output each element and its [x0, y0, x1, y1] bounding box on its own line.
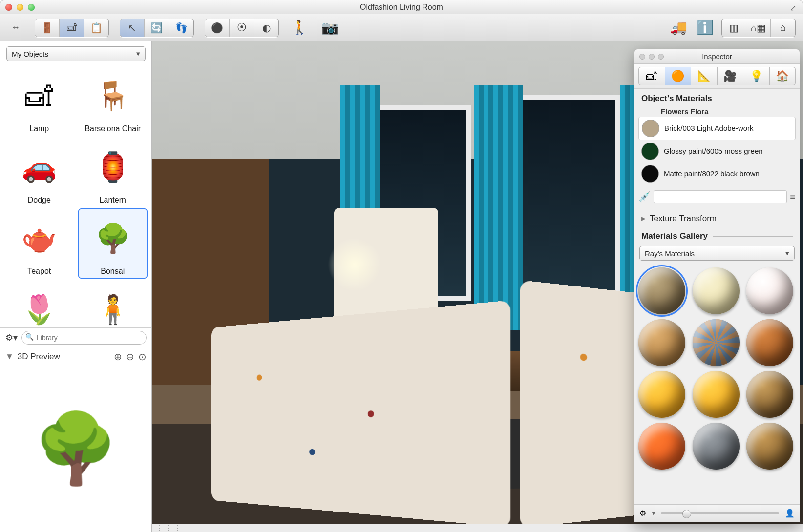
library-item-thumb: 🏮 — [86, 140, 140, 194]
close-window-button[interactable] — [5, 4, 12, 11]
light-tab[interactable]: 💡 — [743, 67, 770, 85]
preview-size-slider[interactable] — [661, 512, 779, 514]
gallery-dropdown[interactable]: Ray's Materials — [639, 246, 795, 261]
gallery-material-ball[interactable] — [638, 371, 685, 418]
material-swatch — [641, 143, 659, 160]
info-button[interactable]: ℹ️ — [695, 18, 715, 38]
import-button[interactable]: 🚚 — [669, 18, 688, 38]
eyedropper-icon[interactable]: 💉 — [638, 191, 651, 203]
texture-disclosure-icon: ▸ — [641, 213, 646, 224]
mode-furniture-button[interactable]: 🛋 — [60, 19, 84, 37]
inspector-panel: Inspector 🛋🟠📐🎥💡🏠 Object's Materials Flow… — [634, 49, 800, 522]
library-item-thumb: 🧍 — [86, 283, 140, 327]
library-item-thumb: 🪑 — [86, 69, 140, 123]
library-item-person[interactable]: 🧍 Person — [78, 280, 148, 327]
library-item-thumb: 🌷 — [12, 283, 66, 327]
material-list-menu-icon[interactable]: ≡ — [790, 191, 796, 203]
library-item-bonsai[interactable]: 🌳 Bonsai — [78, 208, 148, 279]
texture-transform-label: Texture Transform — [650, 214, 717, 224]
library-footer: ⚙▾ — [0, 327, 151, 348]
library-item-lantern[interactable]: 🏮 Lantern — [78, 137, 148, 207]
render-segment: ⚫ ⦿ ◐ — [205, 19, 279, 37]
library-item-tulip[interactable]: 🌷 Tulip — [4, 280, 74, 327]
gallery-material-ball[interactable] — [638, 267, 685, 314]
orbit-tool-button[interactable]: 🔄 — [145, 19, 169, 37]
gallery-material-ball[interactable] — [693, 267, 740, 314]
library-item-label: Teapot — [27, 267, 51, 276]
library-item-label: Barselona Chair — [85, 124, 141, 133]
zoom-window-button[interactable] — [28, 4, 35, 11]
category-dropdown-value: My Objects — [6, 46, 146, 61]
splitter-handle[interactable]: ⋮⋮⋮ — [152, 524, 803, 532]
gallery-material-ball[interactable] — [746, 423, 793, 470]
footprint-tool-button[interactable]: 👣 — [169, 19, 193, 37]
view-split-button[interactable]: ⌂▦ — [746, 19, 771, 37]
gallery-material-ball[interactable] — [638, 319, 685, 366]
object-grid: 🛋 Lamp🪑 Barselona Chair🚗 Dodge🏮 Lantern🫖… — [0, 64, 151, 327]
gallery-material-ball[interactable] — [693, 423, 740, 470]
mode-building-button[interactable]: 🚪 — [35, 19, 60, 37]
minimize-window-button[interactable] — [17, 4, 23, 11]
select-tool-button[interactable]: ↖ — [120, 19, 145, 37]
view-segment: ▥ ⌂▦ ⌂ — [721, 19, 796, 37]
fullscreen-icon[interactable]: ⤢ — [790, 3, 798, 11]
materials-tab[interactable]: 🟠 — [665, 67, 692, 85]
material-label: Matte paint/8022 black brown — [664, 170, 760, 178]
preview-disclosure-icon[interactable]: ▼ — [5, 352, 14, 362]
inspector-titlebar[interactable]: Inspector — [634, 49, 800, 64]
library-item-dodge[interactable]: 🚗 Dodge — [4, 137, 74, 207]
inspector-user-icon[interactable]: 👤 — [785, 509, 795, 518]
library-item-teapot[interactable]: 🫖 Teapot — [4, 208, 74, 279]
zoom-in-icon[interactable]: ⊕ — [114, 351, 122, 363]
render-shaded-button[interactable]: ⦿ — [230, 19, 254, 37]
view-3d-button[interactable]: ⌂ — [771, 19, 795, 37]
library-gear-icon[interactable]: ⚙▾ — [5, 332, 18, 343]
walkthrough-button[interactable]: 🚶 — [290, 18, 309, 38]
library-item-barselona-chair[interactable]: 🪑 Barselona Chair — [78, 66, 148, 136]
material-label: Brick/003 Light Adobe-work — [664, 124, 754, 133]
render-textured-button[interactable]: ◐ — [254, 19, 278, 37]
library-item-label: Lamp — [29, 124, 49, 133]
zoom-fit-icon[interactable]: ⊙ — [138, 351, 147, 363]
snapshot-button[interactable]: 📷 — [320, 18, 339, 38]
gallery-material-ball[interactable] — [746, 371, 793, 418]
object-tab[interactable]: 🛋 — [638, 67, 665, 85]
library-search-input[interactable] — [21, 331, 147, 345]
measure-tab[interactable]: 📐 — [691, 67, 718, 85]
inspector-gear-icon[interactable]: ⚙ — [639, 509, 646, 518]
preview-object-icon: 🌳 — [33, 409, 119, 489]
preview-viewport[interactable]: 🌳 — [0, 366, 151, 532]
library-item-thumb: 🛋 — [12, 69, 66, 123]
render-flat-button[interactable]: ⚫ — [205, 19, 230, 37]
library-search — [21, 331, 147, 345]
library-item-thumb: 🌳 — [86, 211, 140, 265]
gallery-material-ball[interactable] — [693, 319, 740, 366]
camera-tab[interactable]: 🎥 — [717, 67, 744, 85]
gallery-material-ball[interactable] — [746, 319, 793, 366]
building-tab[interactable]: 🏠 — [769, 67, 796, 85]
library-item-label: Lantern — [100, 196, 126, 205]
material-row[interactable]: Glossy paint/6005 moss green — [638, 140, 796, 163]
gallery-material-ball[interactable] — [746, 267, 793, 314]
library-item-label: Bonsai — [101, 267, 125, 276]
library-item-thumb: 🫖 — [12, 211, 66, 265]
nav-back-forward-icon[interactable]: ↔ — [7, 22, 24, 33]
toolbar-right: 🚚 ℹ️ ▥ ⌂▦ ⌂ — [669, 18, 796, 38]
inspector-title: Inspector — [634, 52, 800, 61]
gallery-material-ball[interactable] — [638, 423, 685, 470]
material-row[interactable]: Matte paint/8022 black brown — [638, 163, 796, 185]
zoom-out-icon[interactable]: ⊖ — [126, 351, 134, 363]
inspector-tabs: 🛋🟠📐🎥💡🏠 — [634, 64, 800, 89]
texture-transform-header[interactable]: ▸ Texture Transform — [634, 206, 800, 226]
materials-section-header: Object's Materials — [634, 89, 800, 105]
library-item-lamp[interactable]: 🛋 Lamp — [4, 66, 74, 136]
material-picker-row: 💉 ≡ — [634, 187, 800, 206]
category-dropdown[interactable]: My Objects — [6, 46, 146, 61]
view-2d-button[interactable]: ▥ — [722, 19, 746, 37]
gallery-material-ball[interactable] — [693, 371, 740, 418]
material-row[interactable]: Brick/003 Light Adobe-work — [638, 117, 796, 140]
material-list: Brick/003 Light Adobe-work Glossy paint/… — [634, 117, 800, 185]
material-name-field[interactable] — [654, 190, 787, 203]
mode-list-button[interactable]: 📋 — [84, 19, 108, 37]
mode-segment: 🚪 🛋 📋 — [35, 19, 109, 37]
